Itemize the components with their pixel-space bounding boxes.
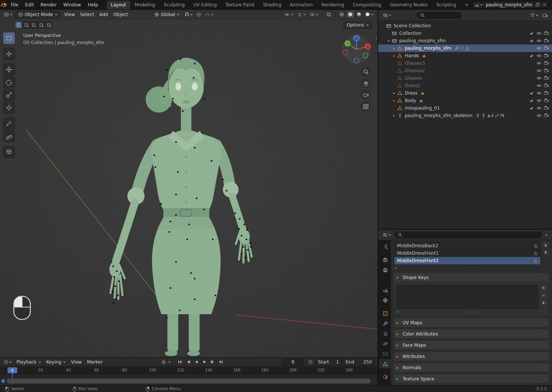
exclude-checkbox[interactable] bbox=[528, 39, 535, 43]
timeline-menu-playback[interactable]: Playback bbox=[14, 358, 44, 366]
panel-header-normals[interactable]: ▸ Normals ∷∷ bbox=[394, 363, 549, 372]
snapping-toggle[interactable] bbox=[184, 12, 194, 18]
viewport-menu-object[interactable]: Object bbox=[110, 11, 130, 18]
expand-arrow[interactable]: ▾ bbox=[386, 39, 391, 43]
properties-tab-scene[interactable] bbox=[379, 285, 391, 295]
panel-grip[interactable]: ∷∷ bbox=[541, 377, 546, 381]
tab-animation[interactable]: Animation bbox=[286, 1, 317, 9]
disable-in-renders-toggle[interactable] bbox=[543, 46, 550, 50]
zoom-button[interactable] bbox=[361, 67, 371, 77]
disable-in-renders-toggle[interactable] bbox=[543, 106, 550, 110]
tab-sculpting[interactable]: Sculpting bbox=[160, 1, 189, 9]
playhead[interactable]: 0 bbox=[7, 367, 17, 373]
outliner-row[interactable]: Glasses2 bbox=[378, 67, 552, 74]
select-mode-0[interactable] bbox=[15, 21, 22, 28]
overlays-dropdown[interactable] bbox=[309, 12, 320, 18]
lock-icon[interactable] bbox=[534, 259, 538, 263]
add-workspace-button[interactable]: + bbox=[461, 1, 473, 9]
panel-expand-arrow[interactable]: ▸ bbox=[397, 355, 400, 358]
jump-to-end-button[interactable] bbox=[218, 359, 225, 365]
viewport-area[interactable]: +−×∩ Options User Perspective (0) Collec… bbox=[0, 19, 377, 357]
viewport-menu-view[interactable]: View bbox=[62, 11, 78, 18]
outliner-row[interactable]: ▾pauling_morphs_sfm bbox=[378, 37, 552, 45]
list-filter-row[interactable]: ▸∷∷∷ bbox=[394, 265, 549, 270]
properties-tab-world[interactable] bbox=[379, 295, 391, 305]
select-mode-3[interactable]: × bbox=[37, 21, 45, 28]
timeline-scrollbar[interactable] bbox=[1, 379, 376, 383]
outliner-row[interactable]: ▸pauling_morphs_sfm bbox=[378, 45, 552, 52]
unlink-scene-icon[interactable]: × bbox=[542, 2, 547, 7]
exclude-checkbox[interactable] bbox=[528, 83, 535, 88]
outliner-editor-type-button[interactable] bbox=[381, 12, 392, 18]
vertex-group-item[interactable]: MiddleDressFront1 bbox=[394, 249, 540, 257]
outliner-row[interactable]: Collection bbox=[378, 30, 552, 37]
hide-in-viewport-toggle[interactable] bbox=[535, 53, 543, 58]
outliner-row[interactable]: Scene Collection bbox=[378, 22, 552, 30]
tab-modeling[interactable]: Modeling bbox=[131, 1, 160, 9]
expand-arrow[interactable]: ▸ bbox=[392, 99, 397, 102]
expand-arrow[interactable]: ▸ bbox=[392, 91, 397, 95]
disable-in-renders-toggle[interactable] bbox=[543, 76, 550, 80]
shading-wireframe-button[interactable] bbox=[338, 11, 345, 18]
timeline-menu-view[interactable]: View bbox=[69, 358, 84, 366]
tab-texture-paint[interactable]: Texture Paint bbox=[221, 1, 258, 9]
play-button[interactable] bbox=[201, 359, 209, 365]
shading-material-button[interactable] bbox=[355, 11, 363, 18]
tool-rotate[interactable] bbox=[3, 76, 15, 88]
frame-start-field[interactable]: Start1 bbox=[315, 359, 342, 365]
tool-annotate[interactable] bbox=[3, 117, 15, 129]
disable-in-renders-toggle[interactable] bbox=[543, 83, 550, 88]
prev-keyframe-button[interactable] bbox=[185, 359, 192, 365]
timeline-menu-marker[interactable]: Marker bbox=[84, 358, 105, 366]
list-filter-row[interactable]: ▸∷∷∷ bbox=[396, 309, 547, 314]
tool-measure[interactable] bbox=[3, 130, 15, 142]
hide-in-viewport-toggle[interactable] bbox=[535, 98, 543, 103]
exclude-checkbox[interactable] bbox=[528, 76, 535, 81]
menu-render[interactable]: Render bbox=[37, 0, 60, 9]
outliner-row[interactable]: Glasses3 bbox=[378, 59, 552, 67]
disable-in-renders-toggle[interactable] bbox=[543, 31, 550, 36]
exclude-checkbox[interactable] bbox=[528, 53, 535, 58]
timeline-scroll-handle[interactable] bbox=[7, 379, 371, 383]
sidebar-toggle-arrow[interactable]: ‹ bbox=[375, 35, 377, 41]
object-visibility-dropdown[interactable] bbox=[283, 12, 295, 18]
outliner-row[interactable]: misspauling_01 bbox=[378, 104, 552, 112]
tab-layout[interactable]: Layout bbox=[107, 1, 130, 9]
tab-geometry-nodes[interactable]: Geometry Nodes bbox=[386, 1, 432, 9]
tool-scale[interactable] bbox=[3, 89, 15, 101]
exclude-checkbox[interactable] bbox=[528, 91, 535, 96]
gizmo-z-neg-axis[interactable] bbox=[354, 58, 359, 63]
properties-tab-constraints[interactable] bbox=[379, 349, 391, 358]
frame-end-field[interactable]: End250 bbox=[343, 359, 375, 365]
outliner-row[interactable]: ▸Body bbox=[378, 97, 552, 104]
disable-in-renders-toggle[interactable] bbox=[543, 68, 550, 73]
properties-tab-physics[interactable] bbox=[379, 339, 391, 348]
panel-header-uv-maps[interactable]: ▸ UV Maps ∷∷ bbox=[394, 318, 549, 327]
panel-grip[interactable]: ∷∷ bbox=[541, 276, 546, 279]
tool-add-cube[interactable] bbox=[3, 146, 15, 158]
vertex-group-item[interactable]: MiddleDressFront2 bbox=[394, 257, 540, 264]
properties-tab-particles[interactable] bbox=[379, 329, 391, 338]
hide-in-viewport-toggle[interactable] bbox=[535, 61, 543, 65]
menu-edit[interactable]: Edit bbox=[22, 0, 37, 9]
properties-tab-render[interactable] bbox=[379, 255, 391, 264]
jump-to-start-button[interactable] bbox=[176, 359, 184, 365]
mode-dropdown[interactable]: Object Mode bbox=[15, 11, 60, 18]
viewport-menu-add[interactable]: Add bbox=[97, 11, 110, 18]
xray-toggle[interactable] bbox=[325, 12, 333, 18]
properties-tab-object[interactable] bbox=[379, 309, 391, 318]
gizmos-dropdown[interactable] bbox=[296, 12, 307, 18]
tool-cursor[interactable] bbox=[3, 48, 15, 60]
menu-file[interactable]: File bbox=[7, 0, 22, 9]
select-mode-2[interactable]: − bbox=[30, 21, 37, 28]
hide-in-viewport-toggle[interactable] bbox=[535, 39, 543, 43]
panel-expand-arrow[interactable]: ▸ bbox=[397, 321, 400, 325]
outliner-row[interactable]: ▸pauling_morphs_sfm_skeleton479 bbox=[378, 112, 552, 119]
viewport-canvas[interactable] bbox=[0, 19, 377, 357]
panel-expand-arrow[interactable]: ▾ bbox=[397, 276, 400, 279]
select-mode-1[interactable]: + bbox=[22, 21, 30, 28]
panel-header-face-maps[interactable]: ▸ Face Maps ∷∷ bbox=[394, 341, 549, 349]
select-mode-4[interactable]: ∩ bbox=[45, 21, 52, 28]
outliner-row[interactable]: ▸Dress bbox=[378, 89, 552, 97]
hide-in-viewport-toggle[interactable] bbox=[535, 31, 543, 36]
